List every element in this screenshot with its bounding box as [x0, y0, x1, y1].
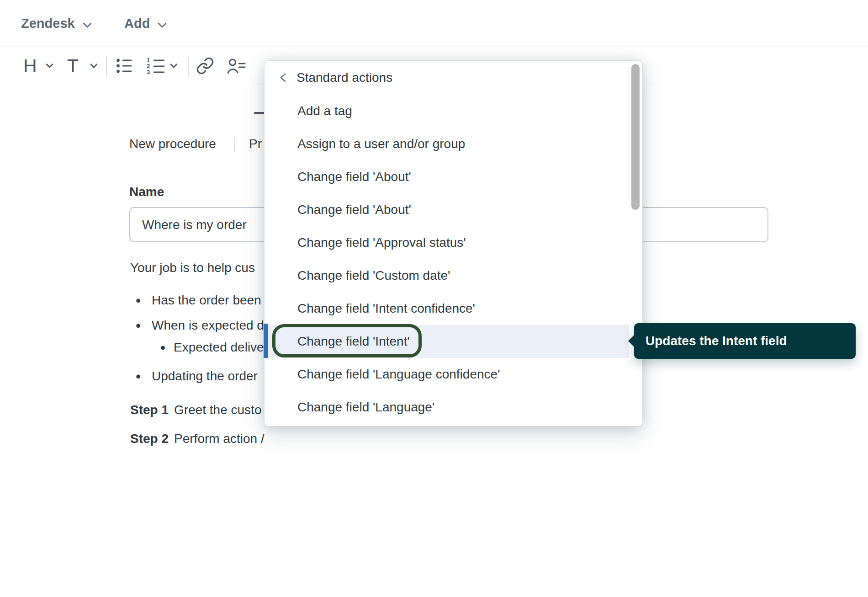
step-text: Greet the custo	[174, 403, 261, 417]
menu-item-change-field-language-confidence[interactable]: Change field 'Language confidence'	[265, 358, 629, 391]
intro-paragraph: Your job is to help cus	[130, 259, 255, 277]
menu-header-label: Standard actions	[296, 70, 392, 85]
add-menu-label: Add	[124, 16, 150, 31]
toolbar-divider	[106, 57, 107, 78]
menu-item-change-field-intent-confidence[interactable]: Change field 'Intent confidence'	[265, 292, 629, 325]
tab-new-procedure[interactable]: New procedure	[129, 135, 216, 153]
link-icon[interactable]	[196, 57, 214, 75]
top-bar: Zendesk Add	[0, 0, 868, 47]
menu-scrollbar	[629, 61, 642, 426]
bullet-glyph: •	[160, 339, 174, 356]
step-label: Step 2	[130, 432, 169, 446]
intent-tooltip: Updates the Intent field	[634, 323, 856, 359]
menu-item-add-a-tag[interactable]: Add a tag	[265, 95, 629, 128]
tooltip-text: Updates the Intent field	[646, 334, 787, 348]
bullet-text: Updating the order	[152, 369, 258, 384]
list-chevron-icon[interactable]	[170, 63, 178, 68]
menu-item-assign-user-group[interactable]: Assign to a user and/or group	[265, 128, 629, 160]
menu-item-label: Change field 'Approval status'	[297, 235, 466, 250]
text-format-button[interactable]: T	[67, 56, 79, 75]
tab-divider	[234, 137, 235, 152]
bullet-text: Expected delive	[174, 340, 264, 355]
bullet-list-icon[interactable]	[116, 58, 132, 74]
bullet-text: Has the order been	[152, 293, 261, 308]
menu-item-change-field-language[interactable]: Change field 'Language'	[265, 391, 629, 424]
bullet-glyph: •	[136, 317, 152, 334]
menu-header: Standard actions	[265, 61, 629, 95]
back-chevron-icon[interactable]	[279, 73, 286, 83]
numbered-list-icon[interactable]: 1 2 3	[146, 57, 165, 75]
menu-item-label: Assign to a user and/or group	[297, 137, 465, 151]
chevron-down-icon	[83, 16, 92, 31]
menu-item-label: Change field 'Language confidence'	[297, 367, 500, 382]
bullet-item: • When is expected d	[136, 317, 264, 334]
bullet-item: • Updating the order	[136, 368, 258, 385]
menu-item-label: Change field 'Intent'	[297, 334, 410, 349]
zendesk-menu-button[interactable]: Zendesk	[21, 0, 92, 47]
bullet-subitem: • Expected delive	[160, 339, 264, 356]
menu-item-change-field-about-1[interactable]: Change field 'About'	[265, 160, 629, 193]
toolbar-divider	[188, 57, 189, 78]
menu-item-label: Change field 'About'	[297, 203, 411, 217]
tab-truncated[interactable]: Pr	[249, 135, 262, 153]
step-label: Step 1	[130, 403, 169, 417]
step-2-line: Step 2 Perform action /	[130, 430, 265, 448]
add-menu-button[interactable]: Add	[124, 0, 167, 47]
user-fields-icon[interactable]	[227, 58, 246, 74]
menu-item-label: Change field 'Intent confidence'	[297, 301, 475, 316]
scrollbar-thumb[interactable]	[631, 64, 640, 210]
menu-item-label: Change field 'Language'	[297, 400, 434, 415]
menu-item-change-field-custom-date[interactable]: Change field 'Custom date'	[265, 259, 629, 292]
bullet-glyph: •	[136, 292, 152, 309]
heading-chevron-icon[interactable]	[46, 63, 53, 68]
step-text: Perform action /	[174, 432, 265, 446]
bullet-glyph: •	[136, 368, 152, 385]
text-chevron-icon[interactable]	[90, 63, 98, 68]
menu-item-label: Add a tag	[297, 104, 352, 118]
menu-item-change-field-intent[interactable]: Change field 'Intent'	[265, 325, 629, 358]
zendesk-menu-label: Zendesk	[21, 16, 75, 31]
name-label: Name	[129, 183, 164, 201]
menu-item-change-field-about-2[interactable]: Change field 'About'	[265, 193, 629, 226]
menu-item-label: Change field 'Custom date'	[297, 268, 450, 283]
bullet-text: When is expected d	[152, 318, 264, 333]
editor-caret-indicator	[264, 324, 268, 358]
step-1-line: Step 1 Greet the custo	[130, 401, 261, 419]
menu-item-change-field-approval-status[interactable]: Change field 'Approval status'	[265, 226, 629, 259]
svg-text:3: 3	[147, 69, 150, 75]
standard-actions-menu: Standard actions Add a tag Assign to a u…	[264, 60, 643, 426]
heading-format-button[interactable]: H	[23, 56, 37, 75]
bullet-item: • Has the order been	[136, 292, 261, 309]
menu-item-label: Change field 'About'	[297, 170, 411, 184]
chevron-down-icon	[158, 16, 167, 31]
